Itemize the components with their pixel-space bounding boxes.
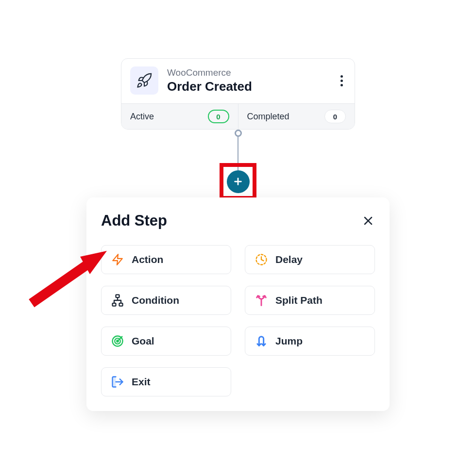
svg-rect-8 [119, 303, 123, 306]
step-condition-button[interactable]: Condition [101, 286, 231, 315]
step-condition-label: Condition [132, 295, 179, 306]
step-split-path-label: Split Path [275, 295, 323, 306]
stat-active-count: 0 [208, 110, 229, 123]
plus-icon [233, 176, 243, 187]
add-step-panel: Add Step Action De [86, 197, 390, 411]
step-jump-label: Jump [275, 335, 303, 347]
split-icon [254, 293, 269, 308]
trigger-source: WooCommerce [167, 67, 329, 78]
close-icon [362, 215, 374, 227]
trigger-card: WooCommerce Order Created Active 0 Compl… [121, 58, 355, 130]
lightning-icon [110, 252, 125, 267]
stat-completed-label: Completed [247, 112, 289, 122]
trigger-stats: Active 0 Completed 0 [121, 103, 355, 129]
panel-header: Add Step [101, 212, 375, 230]
add-step-button[interactable] [227, 170, 250, 193]
clock-dashed-icon [254, 252, 269, 267]
step-split-path-button[interactable]: Split Path [245, 286, 375, 315]
sitemap-icon [110, 293, 125, 308]
stat-active[interactable]: Active 0 [121, 104, 238, 129]
add-button-highlight [220, 163, 256, 200]
step-goal-label: Goal [132, 335, 154, 347]
step-action-label: Action [132, 254, 163, 265]
stat-completed[interactable]: Completed 0 [238, 104, 355, 129]
exit-icon [110, 375, 125, 389]
step-delay-label: Delay [275, 254, 303, 265]
trigger-text: WooCommerce Order Created [167, 67, 329, 94]
step-action-button[interactable]: Action [101, 245, 231, 274]
panel-title: Add Step [101, 212, 167, 230]
rocket-icon [136, 72, 153, 89]
trigger-header: WooCommerce Order Created [121, 59, 355, 103]
stat-active-label: Active [130, 112, 154, 122]
jump-icon [254, 334, 269, 348]
svg-rect-6 [116, 295, 119, 297]
target-icon [110, 334, 125, 348]
step-jump-button[interactable]: Jump [245, 327, 375, 356]
more-menu-button[interactable] [338, 75, 346, 86]
step-goal-button[interactable]: Goal [101, 327, 231, 356]
stat-completed-count: 0 [324, 110, 346, 123]
trigger-icon-box [130, 66, 158, 95]
step-grid: Action Delay Condition [101, 245, 375, 396]
svg-rect-7 [113, 303, 116, 306]
step-delay-button[interactable]: Delay [245, 245, 375, 274]
trigger-event: Order Created [167, 79, 329, 94]
step-exit-label: Exit [132, 376, 151, 388]
step-exit-button[interactable]: Exit [101, 367, 231, 396]
close-button[interactable] [361, 214, 375, 228]
svg-marker-4 [113, 254, 122, 265]
